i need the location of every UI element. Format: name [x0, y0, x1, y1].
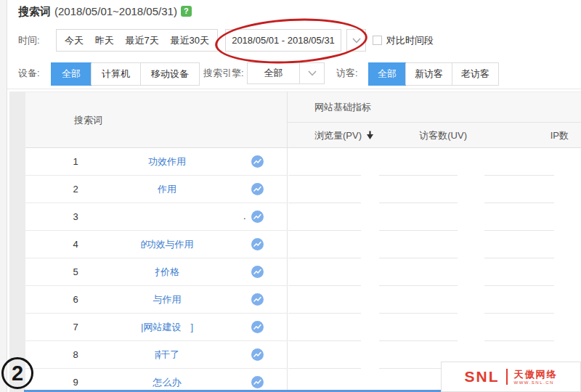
help-icon[interactable]: ? — [181, 6, 192, 17]
search-words-table: 搜索词 网站基础指标 浏览量(PV) 访客数(UV) IP数 1 功效作用 — [25, 91, 581, 392]
time-option-yesterday[interactable]: 昨天 — [95, 34, 114, 47]
keyword-link[interactable]: 作用 — [158, 183, 176, 196]
table-body: 1 功效作用 2 作用 3 . — [25, 148, 581, 392]
report-title: 搜索词 — [18, 5, 51, 17]
keyword-cell: 与作用 — [94, 286, 240, 314]
keyword-cell: 南干了 — [94, 341, 240, 369]
visitor-filter-label: 访客: — [336, 62, 358, 84]
keyword-partial: 扌 — [155, 266, 161, 279]
step-number-annotation: 2 — [1, 357, 33, 389]
keyword-cell: 的功效与作用 — [94, 231, 240, 258]
engine-selected-value: 全部 — [248, 63, 299, 83]
time-quick-select-group: 今天 昨天 最近7天 最近30天 — [56, 29, 218, 52]
trend-chart-icon[interactable] — [251, 266, 264, 278]
col-header-ip[interactable]: IP数 — [476, 123, 581, 148]
visitor-option-returning[interactable]: 老访客 — [452, 63, 498, 85]
keyword-cell: |网站建设 ] — [94, 314, 240, 341]
col-header-pv[interactable]: 浏览量(PV) — [288, 123, 374, 148]
table-row: 4 的功效与作用 — [25, 231, 581, 258]
keyword-link[interactable]: 功效与作用 — [147, 238, 194, 251]
engine-select[interactable]: 全部 — [247, 62, 325, 84]
trend-chart-icon[interactable] — [251, 183, 264, 195]
keyword-cell: 功效作用 — [94, 148, 240, 176]
col-group-site-metrics: 网站基础指标 — [288, 92, 581, 123]
row-number: 6 — [68, 286, 84, 314]
logo-brand: SNL — [465, 368, 500, 385]
col-header-uv[interactable]: 访客数(UV) — [374, 123, 476, 148]
compare-label: 对比时间段 — [386, 34, 434, 47]
device-option-all[interactable]: 全部 — [52, 63, 91, 85]
report-date-range: (2018/05/01~2018/05/31) — [54, 5, 177, 17]
table-left-gutter — [9, 91, 25, 392]
device-filter-label: 设备: — [18, 62, 40, 84]
trend-chart-icon[interactable] — [251, 321, 264, 333]
table-row: 7 |网站建设 ] — [25, 314, 581, 341]
row-number: 1 — [68, 148, 84, 176]
keyword-partial: 的 — [141, 238, 147, 251]
table-row: 6 与作用 — [25, 286, 581, 314]
trend-chart-icon[interactable] — [251, 376, 264, 388]
date-dropdown-button[interactable] — [346, 29, 366, 52]
trend-chart-icon[interactable] — [251, 238, 264, 250]
col-header-keyword: 搜索词 — [25, 92, 287, 149]
table-row: 2 作用 — [25, 176, 581, 203]
search-words-report: 搜索词(2018/05/01~2018/05/31)? 时间: 今天 昨天 最近… — [0, 0, 581, 392]
engine-filter-label: 搜索引擎: — [203, 62, 244, 84]
row-number: 9 — [68, 369, 84, 392]
keyword-cell — [94, 203, 240, 231]
watermark-logo: SNL 天傲网络 WWW.SNL.CN — [441, 362, 581, 392]
logo-company-name: 天傲网络 — [514, 369, 558, 380]
table-row: 5 扌价格 — [25, 258, 581, 286]
visitor-option-all[interactable]: 全部 — [369, 63, 405, 85]
row-number: 5 — [68, 258, 84, 286]
time-option-today[interactable]: 今天 — [65, 34, 84, 47]
time-filter-label: 时间: — [18, 29, 40, 52]
logo-url: WWW.SNL.CN — [514, 380, 554, 385]
row-number: 4 — [68, 231, 84, 258]
logo-text-stack: 天傲网络 WWW.SNL.CN — [514, 369, 558, 385]
keyword-cell: 作用 — [94, 176, 240, 203]
time-option-last30days[interactable]: 最近30天 — [171, 34, 209, 47]
table-row: 3 . — [25, 203, 581, 231]
device-option-mobile[interactable]: 移动设备 — [140, 63, 199, 85]
step-number: 2 — [12, 362, 23, 385]
column-divider — [287, 91, 288, 392]
page-title: 搜索词(2018/05/01~2018/05/31)? — [18, 5, 192, 19]
table-row: 1 功效作用 — [25, 148, 581, 176]
device-option-pc[interactable]: 计算机 — [91, 63, 140, 85]
chevron-down-icon — [308, 70, 317, 76]
device-filter-group: 全部 计算机 移动设备 — [51, 62, 200, 86]
collapsed-sidebar — [0, 0, 7, 392]
row-number: 8 — [68, 341, 84, 369]
date-range-input[interactable]: 2018/05/01 - 2018/05/31 — [225, 29, 341, 52]
chevron-down-icon — [352, 38, 361, 44]
keyword-partial: 南 — [155, 348, 161, 362]
row-number: 2 — [68, 176, 84, 203]
keyword-link[interactable]: 与作用 — [153, 293, 182, 306]
keyword-link[interactable]: |网站建设 ] — [141, 321, 193, 334]
trend-chart-icon[interactable] — [251, 348, 264, 361]
keyword-cell: 怎么办 — [94, 369, 240, 392]
trend-chart-icon[interactable] — [251, 211, 264, 223]
compare-checkbox[interactable] — [373, 36, 382, 45]
sort-desc-icon[interactable] — [366, 131, 374, 140]
visitor-option-new[interactable]: 新访客 — [405, 63, 452, 85]
pv-label: 浏览量(PV) — [314, 129, 362, 142]
keyword-cell: 扌价格 — [94, 258, 240, 286]
keyword-link[interactable]: 怎么办 — [153, 376, 182, 389]
table-header: 搜索词 网站基础指标 浏览量(PV) 访客数(UV) IP数 — [25, 91, 581, 148]
keyword-link[interactable]: 功效作用 — [148, 155, 186, 168]
visitor-filter-group: 全部 新访客 老访客 — [368, 62, 499, 86]
logo-divider — [506, 369, 508, 385]
time-option-last7days[interactable]: 最近7天 — [126, 34, 159, 47]
keyword-link[interactable]: 干了 — [161, 348, 179, 362]
engine-dropdown-button[interactable] — [299, 63, 324, 83]
row-number: 3 — [68, 203, 84, 231]
row-dot: . — [243, 203, 246, 229]
metric-headers: 浏览量(PV) 访客数(UV) IP数 — [288, 123, 581, 148]
row-number: 7 — [68, 314, 84, 341]
compare-period: 对比时间段 — [373, 29, 434, 52]
trend-chart-icon[interactable] — [251, 155, 264, 168]
keyword-link[interactable]: 价格 — [161, 266, 179, 279]
trend-chart-icon[interactable] — [251, 293, 264, 306]
